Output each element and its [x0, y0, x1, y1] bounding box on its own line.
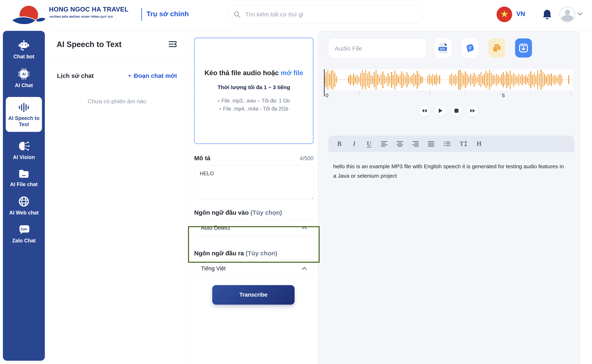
align-center-button[interactable] [397, 140, 403, 148]
chat-bot-icon [18, 40, 30, 51]
transcript-text[interactable]: hello this is an example MP3 file with E… [328, 152, 571, 308]
waveform-bar [558, 75, 559, 84]
dropzone-title: Kéo thả file audio hoặc mở file [204, 69, 303, 77]
open-file-link[interactable]: mở file [281, 69, 303, 77]
waveform-bar [408, 75, 409, 85]
user-avatar[interactable] [559, 6, 576, 23]
bullet-list-button[interactable] [444, 140, 451, 148]
waveform-bar [479, 74, 480, 85]
waveform-bar [529, 74, 530, 86]
locale-label[interactable]: VN [516, 10, 525, 18]
chevron-down-icon [577, 12, 583, 16]
italic-button[interactable]: I [351, 140, 357, 148]
avatar-head [565, 10, 570, 15]
fast-forward-button[interactable] [466, 105, 478, 117]
global-search[interactable] [226, 5, 424, 24]
sidebar-item-chat-bot[interactable]: Chat bot [6, 40, 42, 59]
waveform-bar [381, 74, 382, 85]
chevron-up-icon [302, 226, 307, 229]
file-folder-icon [18, 169, 30, 179]
input-language-select[interactable]: Auto Detect [194, 219, 314, 236]
language-flag[interactable]: ★ [497, 6, 512, 22]
waveform-bar [457, 76, 457, 84]
audio-file-input[interactable] [328, 39, 426, 58]
bold-button[interactable]: B [336, 140, 342, 148]
waveform-bar [406, 72, 408, 87]
waveform-bar [458, 70, 459, 89]
waveform-bar [477, 77, 478, 83]
export-doc-button[interactable]: DOC [435, 39, 452, 58]
waveform-bar [455, 74, 456, 85]
waveform[interactable] [324, 69, 573, 90]
waveform-bar [546, 76, 547, 84]
waveform-bar [499, 77, 500, 83]
new-chat-button[interactable]: + Đoạn chat mới [128, 72, 177, 80]
ai-chip-icon: AI [18, 68, 30, 80]
optional-suffix: (Tùy chọn) [250, 209, 282, 216]
waveform-bar [362, 70, 363, 89]
align-center-icon [397, 141, 403, 147]
underline-button[interactable]: U [366, 140, 372, 148]
align-right-button[interactable] [412, 140, 419, 148]
waveform-bar [403, 74, 404, 86]
sidebar-item-label: Chat bot [13, 53, 34, 59]
waveform-bar [551, 73, 552, 86]
sidebar-item-ai-file-chat[interactable]: AI File chat [6, 169, 42, 187]
avatar-shoulders [561, 15, 574, 23]
heading-button[interactable]: H [476, 140, 482, 148]
waveform-bar [429, 74, 430, 85]
waveform-bar [379, 76, 380, 83]
description-label: Mô tả [194, 155, 210, 162]
waveform-bar [517, 76, 518, 83]
notifications-button[interactable] [542, 9, 552, 21]
main-sidebar: Chat bot AI AI Chat [3, 31, 45, 361]
waveform-bar [398, 76, 399, 83]
sidebar-item-ai-vision[interactable]: AI File chat AI Vision [6, 141, 42, 160]
download-button[interactable] [515, 39, 532, 58]
sidebar-item-ai-web-chat[interactable]: AI Web chat [6, 196, 42, 216]
play-button[interactable] [434, 105, 446, 117]
waveform-bar [355, 76, 356, 83]
waveform-bar [508, 74, 509, 86]
account-menu-chevron[interactable] [577, 12, 583, 17]
transcribe-button[interactable]: Transcribe [212, 285, 295, 305]
waveform-bar [351, 76, 353, 84]
waveform-bar [527, 77, 528, 83]
company-logo[interactable] [11, 3, 47, 26]
flag-star-icon: ★ [500, 9, 509, 19]
chat-transcript-button[interactable] [462, 39, 478, 58]
align-left-icon [381, 141, 388, 147]
sidebar-item-zalo-chat[interactable]: Zalo Zalo Chat [6, 224, 42, 244]
stop-button[interactable] [451, 105, 462, 117]
waveform-bar [568, 75, 569, 84]
waveform-bar [498, 75, 499, 84]
brand-name: HONG NGOC HA TRAVEL [49, 6, 128, 13]
copy-button[interactable] [488, 39, 505, 58]
sidebar-item-ai-speech-to-text[interactable]: AI Speech to Text [6, 97, 42, 132]
output-language-select[interactable]: Tiếng Việt [194, 260, 314, 277]
history-panel: AI Speech to Text Lịch sử chat + [47, 31, 187, 364]
svg-text:AI: AI [22, 72, 26, 76]
audio-dropzone[interactable]: Kéo thả file audio hoặc mở file Thời lượ… [194, 38, 314, 144]
sidebar-item-label: AI Chat [15, 82, 33, 88]
playhead-cursor[interactable] [324, 69, 325, 96]
text-size-button[interactable]: T [459, 140, 467, 148]
align-left-button[interactable] [381, 140, 388, 148]
waveform-bar [542, 72, 544, 87]
description-textarea[interactable]: HELO [194, 165, 314, 199]
waveform-bar [388, 73, 389, 86]
collapse-panel-button[interactable] [168, 40, 178, 49]
sidebar-item-ai-chat[interactable]: AI AI Chat [6, 68, 42, 88]
sidebar-item-label: Zalo Chat [12, 237, 36, 244]
waveform-bar [463, 75, 464, 85]
waveform-bar [401, 71, 402, 88]
rewind-button[interactable] [418, 105, 430, 117]
app-root: HONG NGOC HA TRAVEL HƯỚNG ĐẾN NHỮNG HÀNH… [0, 0, 592, 364]
waveform-bar [510, 70, 511, 89]
dropzone-title-text: Kéo thả file audio hoặc [204, 69, 281, 77]
search-input[interactable] [245, 11, 410, 18]
speech-waveform-icon [18, 102, 30, 113]
justify-button[interactable] [428, 140, 434, 148]
input-language-value: Auto Detect [201, 225, 230, 231]
timeline-tick [465, 90, 465, 96]
